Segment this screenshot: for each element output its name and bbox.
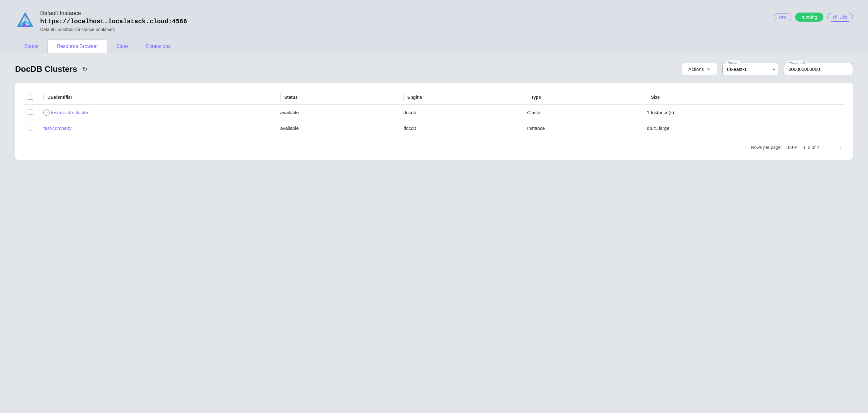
actions-button[interactable]: Actions [682, 63, 717, 75]
tab-extensions[interactable]: Extensions [137, 39, 180, 53]
row2-checkbox[interactable] [28, 125, 33, 131]
row2-engine-cell: docdb [398, 121, 522, 136]
col-type: Type [522, 90, 642, 105]
table-row: − test-docdb-cluster available docdb Clu… [23, 105, 845, 121]
row1-expand-icon[interactable]: − [43, 109, 50, 116]
instance-url: https://localhost.localstack.cloud:4566 [40, 18, 187, 25]
actions-label: Actions [688, 67, 704, 72]
row1-db-identifier-link[interactable]: test-docdb-cluster [51, 110, 88, 115]
rows-per-page-select[interactable]: 100 25 50 [784, 144, 798, 150]
pro-badge: Pro [774, 13, 792, 21]
localstack-logo [15, 11, 35, 31]
row2-actions-cell [802, 121, 845, 136]
row2-select-cell [23, 121, 38, 136]
row1-actions-cell [802, 105, 845, 121]
col-actions-placeholder [802, 90, 845, 105]
table-container: DBIdentifier Status Engine Type [15, 83, 853, 160]
prev-page-button[interactable]: ‹ [824, 142, 834, 152]
row2-db-identifier-cell: test-company [38, 121, 275, 136]
row2-size-cell: db.r5.large [642, 121, 802, 136]
table-row: test-company available docdb Instance db… [23, 121, 845, 136]
next-page-button[interactable]: › [835, 142, 845, 152]
col-db-identifier: DBIdentifier [38, 90, 275, 105]
edit-button[interactable]: Edit [827, 13, 853, 22]
tab-status[interactable]: Status [15, 39, 48, 53]
row1-select-cell [23, 105, 38, 121]
col-divider [403, 94, 404, 101]
edit-label: Edit [839, 15, 847, 20]
select-all-checkbox[interactable] [28, 94, 33, 100]
row1-checkbox[interactable] [28, 109, 33, 115]
refresh-button[interactable]: ↻ [81, 64, 89, 74]
chevron-down-icon [706, 67, 711, 71]
brand-area: Default Instance https://localhost.local… [15, 10, 187, 32]
col-divider [280, 94, 281, 101]
region-label: Region [726, 61, 740, 64]
running-badge: running [795, 12, 824, 22]
account-label: Account ID [787, 61, 807, 64]
pagination-buttons: ‹ › [824, 142, 845, 152]
page-title-area: DocDB Clusters ↻ [15, 64, 89, 74]
row1-engine-cell: docdb [398, 105, 522, 121]
docdb-table: DBIdentifier Status Engine Type [23, 90, 845, 136]
header-actions: Pro running Edit [774, 12, 853, 22]
region-select[interactable]: us-east-1 us-east-2 us-west-1 us-west-2 … [722, 63, 779, 75]
table-header-row: DBIdentifier Status Engine Type [23, 90, 845, 105]
rows-per-page-label: Rows per page: [751, 145, 782, 150]
tab-resource-browser[interactable]: Resource Browser [48, 39, 107, 53]
row1-status-cell: available [275, 105, 398, 121]
row1-size-cell: 1 Instance(s) [642, 105, 802, 121]
page-toolbar: DocDB Clusters ↻ Actions Region us-east-… [15, 63, 853, 75]
tabs-row: Status Resource Browser State Extensions [15, 39, 853, 53]
account-id-input[interactable] [784, 63, 853, 75]
rows-per-page-area: Rows per page: 100 25 50 [751, 144, 798, 150]
row1-type-cell: Cluster [522, 105, 642, 121]
toolbar-right: Actions Region us-east-1 us-east-2 us-we… [682, 63, 853, 75]
row2-type-cell: Instance [522, 121, 642, 136]
row2-status-cell: available [275, 121, 398, 136]
account-id-wrapper: Account ID [784, 63, 853, 75]
pencil-icon [833, 15, 838, 20]
header-top: Default Instance https://localhost.local… [15, 10, 853, 32]
row1-db-identifier-cell: − test-docdb-cluster [38, 105, 275, 121]
main-content: DocDB Clusters ↻ Actions Region us-east-… [0, 53, 868, 170]
col-engine: Engine [398, 90, 522, 105]
header-section: Default Instance https://localhost.local… [0, 0, 868, 53]
col-size: Size [642, 90, 802, 105]
col-divider [647, 94, 647, 101]
pagination-info: 1–2 of 2 [803, 145, 819, 150]
page-title: DocDB Clusters [15, 64, 77, 74]
col-status: Status [275, 90, 398, 105]
row2-db-identifier-link[interactable]: test-company [43, 126, 71, 131]
col-divider [527, 94, 527, 101]
region-selector-wrapper: Region us-east-1 us-east-2 us-west-1 us-… [722, 63, 779, 75]
tab-state[interactable]: State [107, 39, 137, 53]
table-footer: Rows per page: 100 25 50 1–2 of 2 ‹ › [23, 142, 845, 152]
col-select [23, 90, 38, 105]
instance-name: Default Instance [40, 10, 187, 16]
instance-desc: Default LocalStack instance bookmark [40, 27, 187, 32]
instance-info: Default Instance https://localhost.local… [40, 10, 187, 32]
